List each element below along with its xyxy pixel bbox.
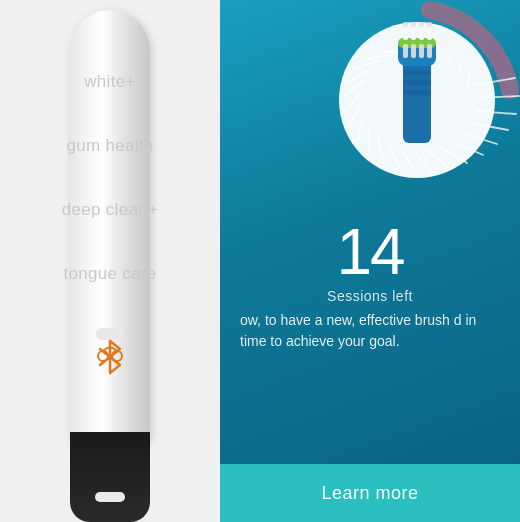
svg-rect-31 [403,70,431,75]
sessions-label: Sessions left [220,288,520,304]
menu-item-gum[interactable]: gum health [0,114,220,178]
learn-more-label: Learn more [321,483,418,504]
description-text: ow, to have a new, effective brush d in … [240,310,505,352]
menu-item-white[interactable]: white+ [0,50,220,114]
svg-rect-40 [403,26,408,40]
toothbrush-indicator [95,492,125,502]
toothbrush-bottom [70,432,150,522]
svg-rect-45 [411,44,416,58]
right-panel: 14 Sessions left ow, to have a new, effe… [220,0,520,522]
learn-more-button[interactable]: Learn more [220,464,520,522]
left-panel: white+ gum health deep clean+ tongue car… [0,0,220,522]
sessions-number: 14 [220,220,520,284]
bluetooth-icon[interactable] [90,336,130,382]
menu-item-tongue[interactable]: tongue care [0,242,220,306]
svg-rect-47 [427,44,432,58]
svg-rect-42 [419,26,424,40]
svg-rect-43 [427,26,432,40]
menu-item-deep[interactable]: deep clean+ [0,178,220,242]
svg-rect-46 [419,44,424,58]
sessions-info: 14 Sessions left [220,220,520,304]
svg-rect-41 [411,26,416,40]
svg-rect-33 [403,90,431,95]
menu-list: white+ gum health deep clean+ tongue car… [0,50,220,306]
svg-rect-32 [403,80,431,85]
svg-rect-44 [403,44,408,58]
